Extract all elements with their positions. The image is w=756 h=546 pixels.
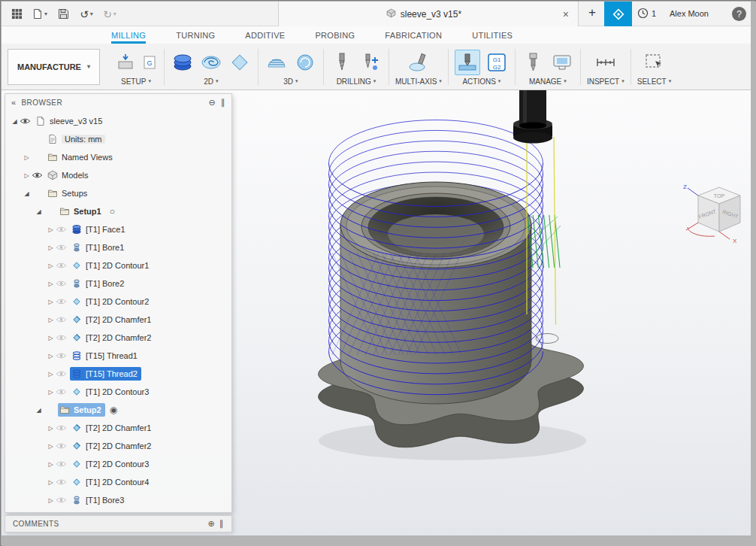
tree-item[interactable]: ▷[T1] 2D Contour4	[5, 473, 231, 491]
file-menu-button[interactable]: ▾	[31, 5, 49, 24]
expander-closed-icon[interactable]: ▷	[46, 244, 56, 251]
visibility-eye-icon[interactable]	[56, 316, 70, 323]
tree-item[interactable]: Units: mm	[5, 130, 231, 148]
tree-item[interactable]: ▷[T15] Thread1	[5, 347, 231, 365]
minimize-panel-icon[interactable]: ⊖	[208, 98, 216, 108]
toolbar-group-label[interactable]: INSPECT▾	[587, 77, 624, 86]
drill-icon[interactable]	[330, 50, 354, 74]
2d-adaptive-icon[interactable]	[171, 50, 195, 74]
expander-open-icon[interactable]: ◢	[34, 407, 44, 414]
expander-closed-icon[interactable]: ▷	[46, 335, 56, 341]
visibility-eye-icon[interactable]	[56, 478, 70, 486]
visibility-eye-icon[interactable]	[56, 370, 70, 378]
tree-item[interactable]: ▷[T2] 2D Chamfer2	[5, 437, 231, 455]
visibility-eye-icon[interactable]	[56, 352, 70, 359]
user-menu[interactable]: Alex Moon	[670, 9, 709, 18]
select-icon[interactable]	[642, 50, 666, 74]
ribbon-tab-probing[interactable]: PROBING	[315, 31, 355, 44]
tree-item[interactable]: ▷[T1] 2D Contour1	[5, 256, 231, 275]
visibility-eye-icon[interactable]	[56, 460, 70, 468]
post-process-icon[interactable]: G	[141, 54, 158, 71]
toolbar-group-label[interactable]: MULTI-AXIS▾	[395, 77, 442, 86]
tree-item[interactable]: ◢Setups	[5, 184, 231, 202]
tree-item[interactable]: ▷[T1] 2D Contour3	[5, 383, 231, 401]
multi-axis-icon[interactable]	[407, 50, 431, 74]
visibility-eye-icon[interactable]	[56, 244, 70, 251]
comments-bar[interactable]: COMMENTS ⊕ ∥	[5, 515, 232, 532]
setup-icon[interactable]	[114, 51, 137, 74]
expander-closed-icon[interactable]: ▷	[46, 299, 56, 305]
active-setup-marker-icon[interactable]: ◉	[110, 405, 117, 415]
3d-parallel-icon[interactable]	[265, 50, 289, 74]
visibility-eye-icon[interactable]	[56, 496, 70, 504]
expander-closed-icon[interactable]: ▷	[46, 461, 56, 468]
expander-open-icon[interactable]: ◢	[22, 190, 32, 197]
expander-closed-icon[interactable]: ▷	[46, 353, 56, 359]
toolbar-group-label[interactable]: MANAGE▾	[529, 77, 567, 86]
expander-closed-icon[interactable]: ▷	[46, 479, 56, 486]
tree-item[interactable]: ▷[T15] Thread2	[5, 365, 231, 383]
tree-item[interactable]: ▷[T1] Bore3	[5, 491, 231, 509]
drill-pattern-icon[interactable]	[358, 50, 383, 74]
expander-open-icon[interactable]: ◢	[10, 118, 20, 125]
visibility-eye-icon[interactable]	[56, 262, 70, 269]
panel-grip-icon[interactable]: ∥	[219, 519, 224, 529]
save-button[interactable]	[54, 5, 72, 24]
2d-contour-icon[interactable]	[228, 50, 252, 74]
ribbon-tab-milling[interactable]: MILLING	[111, 31, 146, 44]
expander-open-icon[interactable]: ◢	[34, 208, 44, 215]
visibility-eye-icon[interactable]	[20, 117, 34, 125]
document-tab[interactable]: sleeve_v3 v15* ×	[278, 2, 579, 26]
expander-closed-icon[interactable]: ▷	[46, 425, 56, 432]
toolbar-group-label[interactable]: DRILLING▾	[337, 77, 376, 86]
app-grid-icon[interactable]	[8, 5, 26, 24]
post-icon[interactable]: G1G2	[485, 50, 509, 74]
extensions-button[interactable]	[604, 2, 632, 26]
close-tab-icon[interactable]: ×	[561, 8, 570, 20]
toolbar-group-label[interactable]: 3D▾	[283, 77, 298, 86]
expander-closed-icon[interactable]: ▷	[46, 443, 56, 450]
2d-face-icon[interactable]	[199, 50, 223, 74]
tree-item[interactable]: ▷Models	[5, 166, 231, 184]
tree-item[interactable]: ▷Named Views	[5, 148, 231, 166]
visibility-eye-icon[interactable]	[32, 171, 46, 179]
tree-item[interactable]: ◢sleeve_v3 v15	[5, 112, 231, 130]
ribbon-tab-utilities[interactable]: UTILITIES	[472, 31, 513, 44]
visibility-eye-icon[interactable]	[56, 298, 70, 305]
undo-button[interactable]: ↺▾	[77, 5, 95, 24]
tree-item[interactable]: ▷[T2] 2D Chamfer1	[5, 311, 231, 329]
tree-item[interactable]: ▷[T2] 2D Contour3	[5, 455, 231, 473]
expander-closed-icon[interactable]: ▷	[22, 154, 32, 161]
expander-closed-icon[interactable]: ▷	[46, 281, 56, 287]
collapse-panel-icon[interactable]: «	[11, 98, 17, 107]
ribbon-tab-additive[interactable]: ADDITIVE	[245, 31, 285, 44]
expander-closed-icon[interactable]: ▷	[46, 262, 56, 269]
expander-closed-icon[interactable]: ▷	[46, 389, 56, 396]
workspace-selector[interactable]: MANUFACTURE ▾	[8, 49, 100, 85]
tree-item[interactable]: ▷[T1] Bore1	[5, 238, 231, 256]
expander-closed-icon[interactable]: ▷	[22, 172, 32, 179]
ribbon-tab-fabrication[interactable]: FABRICATION	[385, 31, 442, 44]
expander-closed-icon[interactable]: ▷	[46, 317, 56, 323]
machine-library-icon[interactable]	[550, 50, 574, 74]
ribbon-tab-turning[interactable]: TURNING	[176, 31, 215, 44]
tree-item[interactable]: ▷[T2] 2D Chamfer2	[5, 329, 231, 347]
visibility-eye-icon[interactable]	[56, 334, 70, 341]
toolbar-group-label[interactable]: 2D▾	[204, 77, 218, 86]
redo-button[interactable]: ↻▾	[101, 5, 119, 24]
setup-marker-icon[interactable]: ○	[110, 206, 115, 217]
tree-item[interactable]: ▷[T1] Bore2	[5, 275, 231, 293]
notifications-button[interactable]: 1	[637, 8, 656, 19]
add-comment-icon[interactable]: ⊕	[207, 519, 215, 529]
help-button[interactable]: ?	[732, 7, 746, 21]
tree-item[interactable]: ◢Setup2◉	[5, 401, 231, 419]
panel-grip-icon[interactable]: ∥	[221, 98, 225, 108]
3d-spiral-icon[interactable]	[293, 50, 317, 74]
expander-closed-icon[interactable]: ▷	[46, 226, 56, 233]
tree-item[interactable]: ▷[T2] 2D Chamfer1	[5, 419, 231, 437]
expander-closed-icon[interactable]: ▷	[46, 371, 56, 378]
measure-icon[interactable]	[594, 50, 618, 74]
visibility-eye-icon[interactable]	[56, 280, 70, 287]
tree-item[interactable]: ▷[T1] 2D Contour2	[5, 293, 231, 311]
visibility-eye-icon[interactable]	[56, 388, 70, 396]
